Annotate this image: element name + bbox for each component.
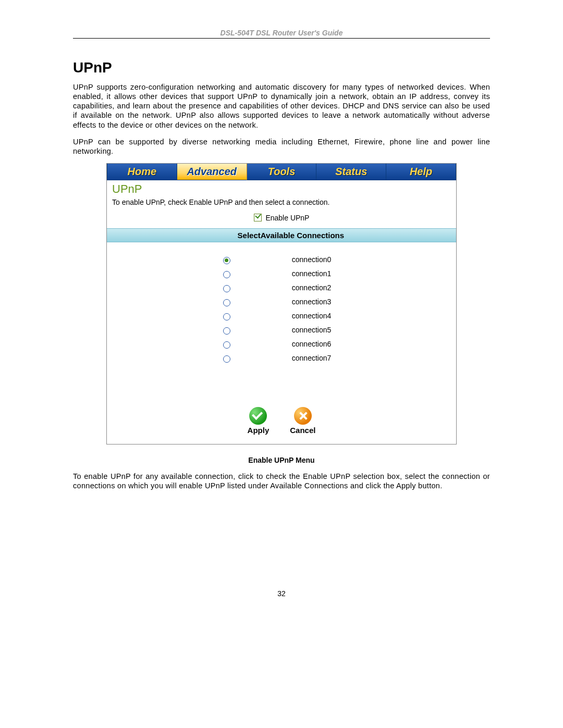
paragraph-2: UPnP can be supported by diverse network… bbox=[73, 137, 490, 156]
connection-label: connection5 bbox=[261, 326, 456, 334]
column-header: Select Available Connections bbox=[107, 228, 456, 242]
connection-radio[interactable] bbox=[223, 299, 230, 306]
connection-radio[interactable] bbox=[223, 313, 230, 320]
connection-radio[interactable] bbox=[223, 285, 230, 292]
connection-label: connection1 bbox=[261, 269, 456, 278]
connection-row: connection2 bbox=[107, 281, 456, 295]
connection-row: connection4 bbox=[107, 309, 456, 323]
panel-title: UPnP bbox=[107, 180, 456, 196]
connection-radio[interactable] bbox=[223, 327, 230, 335]
figure-caption: Enable UPnP Menu bbox=[73, 456, 490, 464]
connection-label: connection4 bbox=[261, 312, 456, 320]
panel-subtitle: To enable UPnP, check Enable UPnP and th… bbox=[107, 196, 456, 214]
connection-row: connection0 bbox=[107, 253, 456, 267]
header-rule bbox=[73, 38, 490, 39]
doc-header: DSL-504T DSL Router User's Guide bbox=[73, 29, 490, 37]
tab-bar: Home Advanced Tools Status Help bbox=[107, 164, 456, 180]
connection-radio[interactable] bbox=[223, 341, 230, 349]
tab-status[interactable]: Status bbox=[316, 164, 386, 180]
tab-advanced[interactable]: Advanced bbox=[177, 164, 247, 180]
connection-row: connection6 bbox=[107, 337, 456, 351]
router-ui-screenshot: Home Advanced Tools Status Help UPnP To … bbox=[106, 163, 457, 445]
connection-list: connection0connection1connection2connect… bbox=[107, 242, 456, 365]
paragraph-3: To enable UPnP for any available connect… bbox=[73, 472, 490, 490]
cancel-icon bbox=[294, 407, 312, 425]
enable-upnp-row: Enable UPnP bbox=[107, 214, 456, 228]
tab-help[interactable]: Help bbox=[386, 164, 456, 180]
page-number: 32 bbox=[0, 589, 563, 598]
connection-label: connection2 bbox=[261, 283, 456, 292]
connection-label: connection3 bbox=[261, 298, 456, 306]
enable-upnp-label: Enable UPnP bbox=[265, 214, 309, 222]
connection-row: connection1 bbox=[107, 267, 456, 281]
tab-tools[interactable]: Tools bbox=[247, 164, 317, 180]
connection-row: connection3 bbox=[107, 295, 456, 309]
cancel-button[interactable]: Cancel bbox=[290, 407, 315, 435]
col-header-available: Available Connections bbox=[261, 229, 456, 242]
connection-radio[interactable] bbox=[223, 257, 230, 264]
apply-label: Apply bbox=[248, 426, 270, 435]
tab-home[interactable]: Home bbox=[107, 164, 177, 180]
enable-upnp-checkbox[interactable] bbox=[254, 214, 262, 221]
connection-row: connection7 bbox=[107, 351, 456, 365]
connection-label: connection0 bbox=[261, 255, 456, 264]
paragraph-1: UPnP supports zero-configuration network… bbox=[73, 82, 490, 130]
apply-button[interactable]: Apply bbox=[248, 407, 270, 435]
button-row: Apply Cancel bbox=[107, 365, 456, 444]
connection-label: connection6 bbox=[261, 340, 456, 348]
section-title: UPnP bbox=[73, 59, 490, 76]
connection-radio[interactable] bbox=[223, 355, 230, 363]
cancel-label: Cancel bbox=[290, 426, 315, 435]
connection-row: connection5 bbox=[107, 323, 456, 337]
connection-radio[interactable] bbox=[223, 271, 230, 278]
connection-label: connection7 bbox=[261, 354, 456, 362]
col-header-select: Select bbox=[107, 229, 261, 242]
apply-icon bbox=[249, 407, 267, 425]
